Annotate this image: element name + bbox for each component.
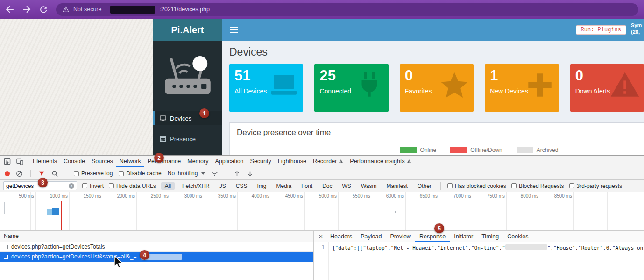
page-title: Devices — [229, 46, 644, 58]
filter-input[interactable] — [6, 183, 66, 189]
throttling-select[interactable]: No throttling — [168, 170, 205, 177]
filter-type-all[interactable]: All — [161, 182, 175, 190]
card-connected[interactable]: 25 Connected — [314, 64, 388, 112]
plug-icon — [354, 70, 385, 101]
response-redacted — [505, 244, 547, 250]
timeline-activity-mark — [4, 202, 5, 214]
filter-type-media[interactable]: Media — [274, 182, 294, 190]
card-all-devices[interactable]: 51 All Devices — [229, 64, 303, 112]
clear-filter-icon[interactable]: × — [69, 183, 74, 189]
router-image — [153, 41, 222, 111]
filter-type-other[interactable]: Other — [415, 182, 434, 190]
app-logo[interactable]: Pi.Alert — [153, 19, 222, 41]
card-favorites[interactable]: 0 Favorites — [400, 64, 474, 112]
dom-content-loaded-line — [50, 201, 50, 230]
disable-cache-checkbox[interactable]: Disable cache — [119, 170, 161, 177]
detail-tab-timing[interactable]: Timing — [477, 231, 503, 242]
filter-type-manifest[interactable]: Manifest — [384, 182, 410, 190]
devtools-tabbar: Elements Console Sources Network Perform… — [0, 156, 644, 167]
step-badge-5: 5 — [434, 223, 444, 233]
filter-type-js[interactable]: JS — [217, 182, 228, 190]
filter-type-ws[interactable]: WS — [340, 182, 354, 190]
app-navbar: Run: Plugins Sym (28, — [222, 19, 644, 41]
tab-elements[interactable]: Elements — [29, 156, 60, 167]
filter-type-wasm[interactable]: Wasm — [359, 182, 379, 190]
request-row-get-devices-list[interactable]: devices.php?action=getDevicesList&status… — [0, 252, 313, 262]
hamburger-icon[interactable] — [229, 25, 239, 35]
filter-type-css[interactable]: CSS — [234, 182, 250, 190]
preserve-log-checkbox[interactable]: Preserve log — [74, 170, 113, 177]
third-party-requests-checkbox[interactable]: 3rd-party requests — [569, 183, 622, 189]
blocked-requests-checkbox[interactable]: Blocked Requests — [511, 183, 564, 189]
record-button[interactable] — [5, 171, 10, 176]
experiment-warning-icon — [407, 159, 411, 164]
legend-label: Online — [420, 147, 437, 153]
tab-network[interactable]: Network — [116, 156, 144, 167]
star-icon — [439, 70, 470, 101]
laptop-icon — [269, 70, 299, 101]
import-har-icon[interactable] — [234, 170, 241, 177]
sidebar-spacer — [153, 125, 222, 132]
close-icon[interactable]: × — [316, 231, 326, 242]
tab-memory[interactable]: Memory — [184, 156, 212, 167]
sidebar-item-presence[interactable]: Presence — [153, 132, 222, 146]
export-har-icon[interactable] — [247, 170, 254, 177]
sidebar-item-devices[interactable]: Devices — [153, 111, 222, 125]
timeline-ruler: 500 ms 1000 ms 1500 ms 2000 ms 2500 ms 3… — [0, 192, 644, 199]
detail-tab-headers[interactable]: Headers — [326, 231, 356, 242]
legend-online[interactable]: Online — [400, 147, 437, 153]
hide-data-urls-checkbox[interactable]: Hide data URLs — [109, 183, 156, 189]
tab-application[interactable]: Application — [212, 156, 247, 167]
forward-icon[interactable] — [22, 5, 31, 14]
run-plugins-button[interactable]: Run: Plugins — [576, 25, 626, 35]
request-row-get-devices-totals[interactable]: devices.php?action=getDevicesTotals — [0, 242, 313, 252]
has-blocked-cookies-checkbox[interactable]: Has blocked cookies — [447, 183, 506, 189]
invert-checkbox[interactable]: Invert — [82, 183, 104, 189]
network-overview-timeline[interactable]: 500 ms 1000 ms 1500 ms 2000 ms 2500 ms 3… — [0, 192, 644, 231]
filter-type-fetch-xhr[interactable]: Fetch/XHR — [180, 182, 212, 190]
presence-box-title: Device presence over time — [237, 128, 637, 137]
calendar-icon — [160, 136, 166, 142]
not-secure-label: Not secure — [73, 6, 101, 13]
tab-console[interactable]: Console — [60, 156, 88, 167]
inspect-icon[interactable] — [1, 156, 14, 167]
card-down-alerts[interactable]: 0 Down Alerts — [570, 64, 644, 112]
tab-performance-insights[interactable]: Performance insights — [347, 156, 414, 167]
back-icon[interactable] — [6, 5, 14, 14]
stat-cards: 51 All Devices 25 Connected 0 Favorites … — [229, 64, 644, 112]
checkbox — [447, 183, 453, 188]
step-badge-2: 2 — [154, 153, 164, 163]
tab-performance[interactable]: Performance — [144, 156, 184, 167]
tab-security[interactable]: Security — [247, 156, 275, 167]
requests-name-header[interactable]: Name — [0, 231, 313, 242]
tabbar-divider — [28, 158, 28, 165]
refresh-icon[interactable] — [39, 5, 48, 14]
filter-type-img[interactable]: Img — [255, 182, 269, 190]
card-new-devices[interactable]: 1 New Devices — [485, 64, 559, 112]
devtools-panel: Elements Console Sources Network Perform… — [0, 155, 644, 280]
tab-recorder[interactable]: Recorder — [310, 156, 347, 167]
search-icon[interactable] — [51, 170, 58, 177]
detail-tab-initiator[interactable]: Initiator — [450, 231, 477, 242]
detail-tab-preview[interactable]: Preview — [386, 231, 415, 242]
tab-sources[interactable]: Sources — [88, 156, 116, 167]
step-badge-1: 1 — [199, 108, 209, 118]
device-toolbar-icon[interactable] — [14, 156, 26, 167]
clear-button[interactable] — [16, 170, 23, 177]
legend-archived[interactable]: Archived — [517, 147, 559, 153]
tab-lighthouse[interactable]: Lighthouse — [275, 156, 310, 167]
detail-tab-payload[interactable]: Payload — [356, 231, 386, 242]
legend-offline[interactable]: Offline/Down — [450, 147, 502, 153]
toolbar-divider — [66, 170, 66, 177]
address-bar[interactable]: Not secure :20211/devices.php — [56, 3, 638, 16]
resource-icon — [4, 245, 8, 249]
response-body: {"data":[["laptop","Net - Huawei","Inter… — [329, 242, 644, 280]
filter-type-font[interactable]: Font — [299, 182, 315, 190]
network-conditions-icon[interactable] — [211, 170, 218, 177]
filter-type-doc[interactable]: Doc — [320, 182, 334, 190]
mouse-cursor-icon — [113, 255, 124, 269]
screen: Not secure :20211/devices.php Pi.Alert R… — [0, 0, 644, 280]
detail-tab-response[interactable]: Response — [415, 231, 450, 242]
filter-toggle-icon[interactable] — [38, 170, 45, 177]
detail-tab-cookies[interactable]: Cookies — [503, 231, 532, 242]
